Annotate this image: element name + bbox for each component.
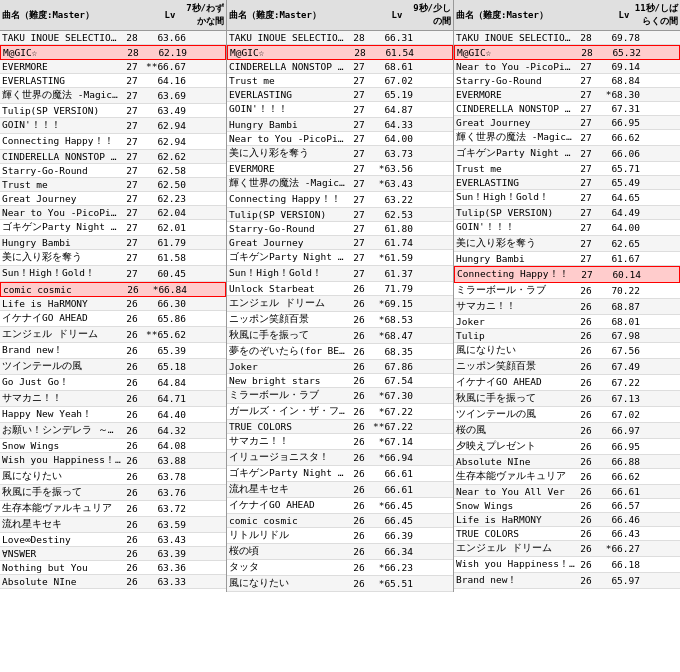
song-level: 26 xyxy=(349,283,369,294)
table-row: 秋風に手を振って2663.76 xyxy=(0,485,226,501)
song-name: ゴキゲンParty Night -Dance... xyxy=(2,221,122,234)
song-level: 26 xyxy=(122,409,142,420)
table-row: 流れ星キセキ2666.61 xyxy=(227,482,453,498)
song-level: 26 xyxy=(576,543,596,554)
table-row: CINDERELLA NONSTOP M...2768.61 xyxy=(227,60,453,74)
song-score: 66.61 xyxy=(596,486,640,497)
song-level: 26 xyxy=(576,285,596,296)
song-level: 26 xyxy=(576,377,596,388)
song-name: Brand new！ xyxy=(456,574,576,587)
col-header-lv: Lv xyxy=(160,10,180,20)
song-score: *66.45 xyxy=(369,500,413,511)
song-level: 26 xyxy=(576,393,596,404)
song-score: 62.50 xyxy=(142,179,186,190)
table-row: ガールズ・イン・ザ・フロンティア26*67.22 xyxy=(227,404,453,420)
song-name: 美に入り彩を奪う xyxy=(456,237,576,250)
song-level: 26 xyxy=(122,562,142,573)
table-row: EVERLASTING2765.19 xyxy=(227,88,453,102)
song-level: 26 xyxy=(349,314,369,325)
song-level: 27 xyxy=(122,268,142,279)
song-level: 27 xyxy=(122,165,142,176)
song-score: *67.22 xyxy=(369,406,413,417)
song-level: 26 xyxy=(122,487,142,498)
table-row: イリュージョニスタ！26*66.94 xyxy=(227,450,453,466)
song-score: 63.78 xyxy=(142,471,186,482)
song-level: 27 xyxy=(122,105,142,116)
song-name: M@GIC☆ xyxy=(230,47,350,58)
song-score: 66.46 xyxy=(596,514,640,525)
song-name: 桜の頃 xyxy=(229,545,349,558)
song-score: 62.94 xyxy=(142,136,186,147)
table-row: 秋風に手を振って2667.13 xyxy=(454,391,680,407)
col-header-title: 曲名（難度:Master） xyxy=(229,9,387,22)
table-row: Connecting Happy！！2762.94 xyxy=(0,134,226,150)
table-row: EVERLASTING2765.49 xyxy=(454,176,680,190)
table-row: M@GIC☆2862.19 xyxy=(0,45,226,60)
table-row: 桜の風2666.97 xyxy=(454,423,680,439)
col-header-2: 曲名（難度:Master）Lv11秒/しばらくの間 xyxy=(454,0,680,31)
song-score: 63.43 xyxy=(142,534,186,545)
song-score: 66.57 xyxy=(596,500,640,511)
table-row: Joker2667.86 xyxy=(227,360,453,374)
song-level: 28 xyxy=(349,32,369,43)
table-row: ゴキゲンParty Night -Dance...27*61.59 xyxy=(227,250,453,266)
song-name: 輝く世界の魔法 -Magical Ste... xyxy=(456,131,576,144)
song-score: 67.54 xyxy=(369,375,413,386)
song-name: EVERLASTING xyxy=(2,75,122,86)
song-name: Connecting Happy！！ xyxy=(457,268,577,281)
song-level: 26 xyxy=(349,562,369,573)
song-name: CINDERELLA NONSTOP M... xyxy=(456,103,576,114)
song-score: *66.84 xyxy=(143,284,187,295)
song-level: 26 xyxy=(576,575,596,586)
song-score: 66.06 xyxy=(596,148,640,159)
song-score: 67.02 xyxy=(369,75,413,86)
song-name: Starry-Go-Round xyxy=(456,75,576,86)
song-score: 67.13 xyxy=(596,393,640,404)
song-score: 67.22 xyxy=(596,377,640,388)
column-0: 曲名（難度:Master）Lv7秒/わずかな間TAKU INOUE SELECT… xyxy=(0,0,227,592)
song-name: 生存本能ヴァルキュリア xyxy=(2,502,122,515)
song-level: 28 xyxy=(576,32,596,43)
song-level: 27 xyxy=(349,223,369,234)
song-level: 26 xyxy=(576,514,596,525)
table-row: M@GIC☆2861.54 xyxy=(227,45,453,60)
song-level: 26 xyxy=(349,578,369,589)
song-level: 27 xyxy=(576,61,596,72)
song-score: 64.33 xyxy=(369,119,413,130)
song-score: 63.39 xyxy=(142,548,186,559)
song-level: 26 xyxy=(349,421,369,432)
song-name: 流れ星キセキ xyxy=(2,518,122,531)
song-level: 26 xyxy=(122,329,142,340)
table-row: Hungry Bambi2761.79 xyxy=(0,236,226,250)
song-score: 67.56 xyxy=(596,345,640,356)
song-name: エンジェル ドリーム xyxy=(229,297,349,310)
song-score: *69.15 xyxy=(369,298,413,309)
table-row: Wish you Happiness！！2663.88 xyxy=(0,453,226,469)
song-level: 26 xyxy=(122,440,142,451)
song-level: 27 xyxy=(576,192,596,203)
song-level: 27 xyxy=(576,148,596,159)
song-name: Absolute NIne xyxy=(456,456,576,467)
song-score: *63.43 xyxy=(369,178,413,189)
song-name: 夕映えプレゼント xyxy=(456,440,576,453)
col-header-score: 7秒/わずかな間 xyxy=(180,2,224,28)
table-row: TAKU INOUE SELECTION...2863.66 xyxy=(0,31,226,45)
song-name: comic cosmic xyxy=(229,515,349,526)
song-score: 62.01 xyxy=(142,222,186,233)
song-level: 27 xyxy=(576,75,596,86)
song-level: 27 xyxy=(349,61,369,72)
table-row: Tulip(SP VERSION)2763.49 xyxy=(0,104,226,118)
song-name: Tulip(SP VERSION) xyxy=(456,207,576,218)
table-row: TAKU INOUE SELECTION...2869.78 xyxy=(454,31,680,45)
song-level: 27 xyxy=(576,103,596,114)
table-row: CINDERELLA NONSTOP M...2762.62 xyxy=(0,150,226,164)
song-name: エンジェル ドリーム xyxy=(2,328,122,341)
table-row: 生存本能ヴァルキュリア2666.62 xyxy=(454,469,680,485)
song-level: 26 xyxy=(576,441,596,452)
song-score: 61.54 xyxy=(370,47,414,58)
table-row: サマカニ！！2664.71 xyxy=(0,391,226,407)
table-row: Life is HaRMONY2666.30 xyxy=(0,297,226,311)
song-level: 26 xyxy=(349,298,369,309)
song-level: 26 xyxy=(122,313,142,324)
song-score: 65.97 xyxy=(596,575,640,586)
